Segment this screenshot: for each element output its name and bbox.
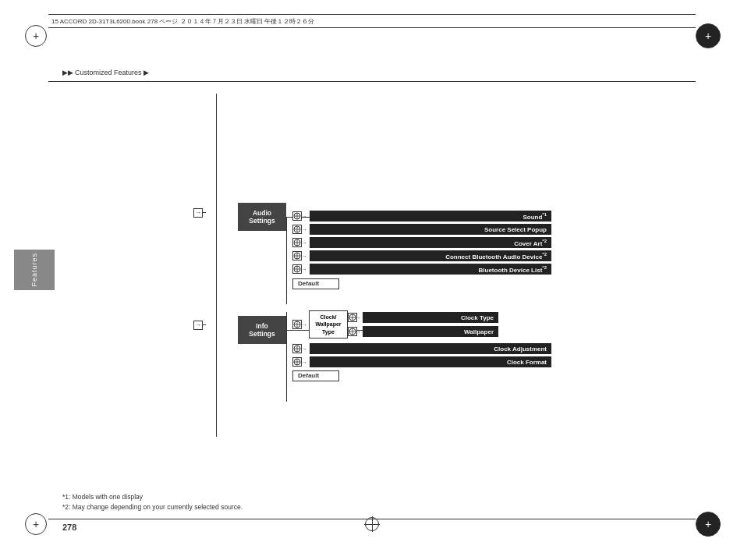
top-rule [48, 81, 696, 82]
wallpaper-connector [348, 327, 357, 336]
audio-v-line [286, 217, 287, 304]
audio-btlist-text: Bluetooth Device List*2 [479, 265, 547, 274]
info-settings-label: InfoSettings [249, 322, 275, 338]
header-bar: 15 ACCORD 2D-31T3L6200.book 278 ページ ２０１４… [48, 14, 696, 28]
clock-adj-text: Clock Adjustment [494, 346, 547, 353]
info-default-text: Default [298, 372, 319, 379]
breadcrumb-label: Customized Features [75, 69, 142, 76]
clock-adj-bar: Clock Adjustment [310, 343, 551, 354]
bottom-center-registration [358, 510, 386, 538]
connector-box-audio-2: → [193, 208, 203, 218]
top-left-registration [22, 22, 50, 50]
reg-mark-circle [25, 513, 47, 535]
clock-fmt-bar: Clock Format [310, 356, 551, 367]
audio-sound-bar: Sound*1 [310, 211, 551, 222]
info-default-bar: Default [292, 370, 339, 381]
reg-mark-circle [25, 25, 47, 47]
clock-type-connector-1 [348, 313, 357, 322]
breadcrumb-suffix: ▶ [143, 69, 149, 76]
audio-bt-bar: Connect Bluetooth Audio Device*2 [310, 250, 551, 261]
info-clockfmt-connector [292, 357, 302, 367]
audio-btlist-connector [292, 264, 302, 274]
wallpaper-text: Wallpaper [464, 328, 494, 335]
bottom-rule [48, 519, 696, 519]
audio-btlist-bar: Bluetooth Device List*2 [310, 264, 551, 275]
wallpaper-bar: Wallpaper [363, 326, 498, 337]
clock-type-text: Clock Type [461, 314, 494, 321]
clock-wallpaper-box: Clock/WallpaperType [309, 310, 348, 338]
main-vertical-line [216, 94, 217, 437]
side-label: Features [14, 250, 55, 290]
info-clock-connector-1 [292, 320, 302, 329]
footnote-2: *2: May change depending on your current… [62, 502, 243, 513]
connector-box-info-2: → [193, 321, 203, 330]
top-right-registration [694, 22, 722, 50]
audio-bt-text: Connect Bluetooth Audio Device*2 [445, 252, 547, 261]
info-v-line [286, 312, 287, 402]
bottom-right-registration [694, 510, 722, 538]
audio-cover-text: Cover Art*2 [514, 239, 547, 247]
audio-cover-connector [292, 238, 302, 247]
clock-fmt-text: Clock Format [507, 359, 547, 366]
page-number: 278 [62, 523, 76, 532]
bottom-left-registration [22, 510, 50, 538]
audio-sound-text: Sound*1 [523, 212, 547, 221]
info-settings-box: InfoSettings [238, 316, 286, 344]
diagram-area: → AudioSettings → Sound*1 → Source Selec… [62, 94, 682, 482]
audio-settings-box: AudioSettings [238, 203, 286, 231]
breadcrumb-prefix: ▶▶ [62, 69, 73, 76]
info-clockadj-connector [292, 344, 302, 353]
audio-source-text: Source Select Popup [484, 226, 547, 233]
header-text: 15 ACCORD 2D-31T3L6200.book 278 ページ ２０１４… [51, 17, 314, 26]
audio-cover-bar: Cover Art*2 [310, 237, 551, 248]
audio-default-bar: Default [292, 278, 339, 289]
breadcrumb: ▶▶ Customized Features ▶ [62, 69, 149, 76]
clock-type-bar: Clock Type [363, 312, 498, 323]
audio-source-bar: Source Select Popup [310, 224, 551, 235]
audio-default-text: Default [298, 280, 319, 287]
audio-bt-connector [292, 251, 302, 261]
side-label-text: Features [30, 253, 38, 287]
footnotes: *1: Models with one display *2: May chan… [62, 492, 243, 513]
audio-source-connector [292, 225, 302, 234]
footnote-1: *1: Models with one display [62, 492, 243, 503]
audio-sound-connector [292, 211, 302, 221]
reg-mark-circle [696, 512, 721, 537]
audio-settings-label: AudioSettings [249, 209, 275, 225]
reg-mark-circle [696, 23, 721, 48]
